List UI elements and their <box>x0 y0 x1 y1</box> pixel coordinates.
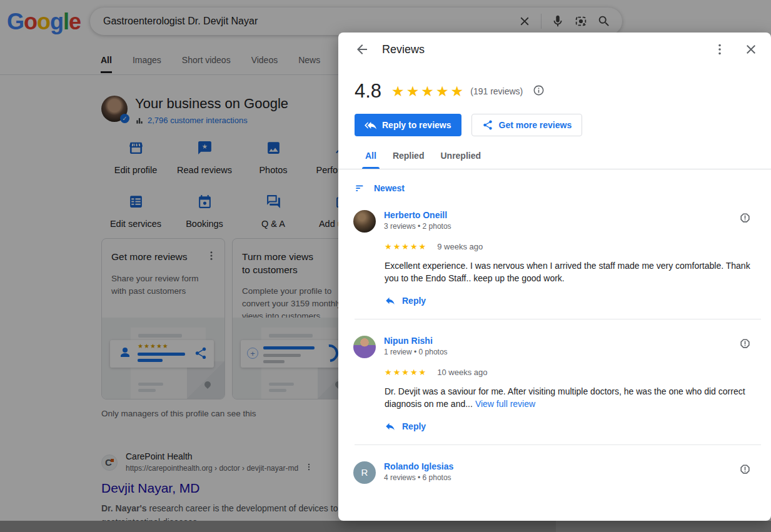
reviewer-meta: 1 review • 0 photos <box>384 348 448 356</box>
review-text: Dr. Devjit was a saviour for me. After v… <box>385 385 763 410</box>
reviewer-avatar[interactable] <box>353 210 376 233</box>
review-time: 10 weeks ago <box>437 368 487 377</box>
tab-replied[interactable]: Replied <box>385 151 433 169</box>
reviewer-name[interactable]: Rolando Iglesias <box>384 461 453 471</box>
rating-stars: ★★★★★ <box>391 84 465 99</box>
tab-unreplied[interactable]: Unreplied <box>432 151 489 169</box>
reply-to-reviews-label: Reply to reviews <box>382 120 451 130</box>
reply-icon <box>385 295 396 306</box>
review-rating-row: ★★★★★ 10 weeks ago <box>385 368 751 377</box>
review-item: R Rolando Iglesias 4 reviews • 6 photos <box>338 445 771 484</box>
review-filter-tabs: All Replied Unreplied <box>338 151 771 169</box>
view-full-review-link[interactable]: View full review <box>475 399 535 409</box>
reviewer-avatar[interactable]: R <box>353 461 376 484</box>
reviews-modal: Reviews 4.8 ★★★★★ (191 reviews) Reply to… <box>338 33 771 521</box>
info-icon[interactable] <box>533 84 545 99</box>
review-time: 9 weeks ago <box>437 242 483 251</box>
report-review-icon[interactable] <box>739 338 751 352</box>
reviewer-meta: 4 reviews • 6 photos <box>384 473 453 482</box>
modal-more-icon[interactable] <box>712 42 727 57</box>
rating-summary: 4.8 ★★★★★ (191 reviews) <box>338 80 771 103</box>
reply-button[interactable]: Reply <box>385 295 751 306</box>
get-more-reviews-button[interactable]: Get more reviews <box>471 114 583 136</box>
reviewer-meta: 3 reviews • 2 photos <box>384 222 451 231</box>
report-review-icon[interactable] <box>739 212 751 226</box>
review-rating-row: ★★★★★ 9 weeks ago <box>385 242 751 251</box>
reviews-list: Herberto Oneill 3 reviews • 2 photos ★★★… <box>338 194 771 484</box>
tab-all-reviews[interactable]: All <box>357 151 385 169</box>
reply-all-icon <box>365 119 376 131</box>
reviewer-avatar[interactable] <box>353 336 376 358</box>
review-stars: ★★★★★ <box>385 242 427 251</box>
reply-button[interactable]: Reply <box>385 421 751 432</box>
rating-count: (191 reviews) <box>470 86 523 96</box>
review-item: Nipun Rishi 1 review • 0 photos ★★★★★ 10… <box>338 319 771 432</box>
modal-actions: Reply to reviews Get more reviews <box>338 114 771 136</box>
modal-header: Reviews <box>338 33 771 66</box>
share-icon <box>482 119 493 131</box>
close-icon[interactable] <box>743 42 758 57</box>
modal-title: Reviews <box>382 43 425 56</box>
reply-icon <box>385 421 396 432</box>
reviewer-name[interactable]: Nipun Rishi <box>384 336 448 346</box>
sort-button[interactable]: Newest <box>338 169 771 194</box>
review-text: Excellent experience. I was nervous when… <box>385 259 763 284</box>
report-review-icon[interactable] <box>739 463 751 478</box>
reviewer-name[interactable]: Herberto Oneill <box>384 210 451 220</box>
sort-icon <box>355 183 366 194</box>
rating-value: 4.8 <box>355 80 381 103</box>
get-more-reviews-label: Get more reviews <box>499 120 572 130</box>
reply-to-reviews-button[interactable]: Reply to reviews <box>355 114 461 136</box>
review-item: Herberto Oneill 3 reviews • 2 photos ★★★… <box>338 194 771 306</box>
screen: Google Gastroenterologist Dr. Devjit Nay… <box>0 0 771 532</box>
sort-label: Newest <box>374 183 405 193</box>
reply-label: Reply <box>402 421 426 431</box>
review-stars: ★★★★★ <box>385 368 427 377</box>
back-icon[interactable] <box>355 42 370 57</box>
reply-label: Reply <box>402 296 426 306</box>
